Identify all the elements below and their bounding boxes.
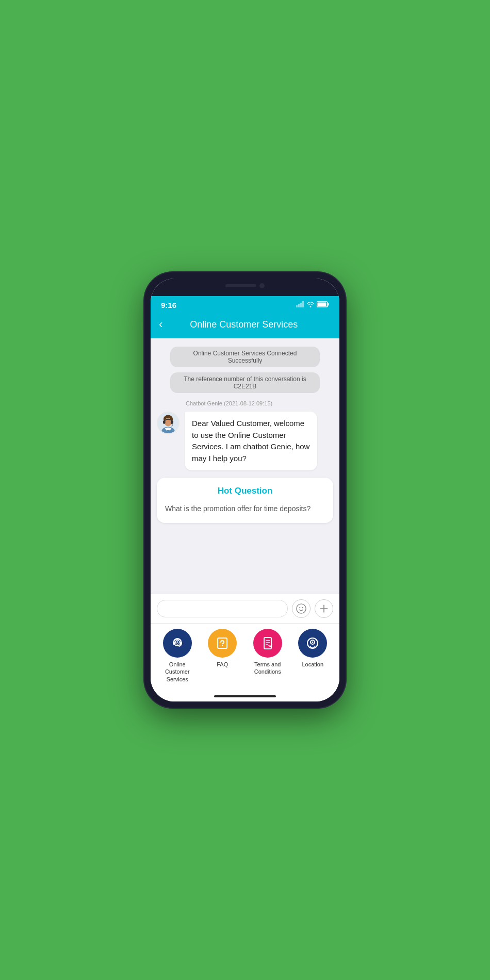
nav-item-location[interactable]: Location (293, 629, 333, 668)
nav-item-customer-services[interactable]: OnlineCustomerServices (157, 629, 197, 683)
nav-item-terms[interactable]: Terms andConditions (248, 629, 287, 676)
notch-pill (225, 284, 256, 287)
status-time: 9:16 (161, 301, 176, 309)
emoji-icon (296, 603, 307, 614)
svg-rect-2 (300, 303, 302, 307)
nav-icon-faq (208, 629, 237, 658)
signal-icon (296, 301, 304, 309)
notch-area (151, 279, 339, 296)
battery-icon (317, 301, 329, 309)
notch-camera (259, 283, 265, 288)
bot-message-text: Dear Valued Customer, welcome to use the… (192, 419, 309, 463)
hot-question-item-1[interactable]: What is the promotion offer for time dep… (165, 502, 325, 515)
svg-rect-3 (302, 301, 304, 307)
home-bar (214, 695, 276, 697)
input-area (151, 594, 339, 623)
nav-item-faq[interactable]: FAQ (203, 629, 242, 668)
message-input[interactable] (157, 600, 288, 617)
svg-rect-6 (318, 302, 326, 306)
bot-timestamp: Chatbot Genie (2021-08-12 09:15) (186, 400, 333, 406)
svg-rect-10 (163, 420, 166, 423)
emoji-button[interactable] (292, 599, 311, 618)
terms-icon (260, 635, 275, 651)
home-indicator (151, 691, 339, 701)
phone-frame: 9:16 (144, 272, 346, 708)
app-header: ‹ Online Customer Services (151, 313, 339, 338)
back-button[interactable]: ‹ (159, 318, 162, 331)
svg-point-31 (312, 642, 314, 643)
svg-rect-5 (328, 303, 329, 305)
bot-message-row: Dear Valued Customer, welcome to use the… (157, 412, 333, 470)
wifi-icon (306, 301, 315, 309)
hot-question-title: Hot Question (165, 486, 325, 496)
nav-label-terms: Terms andConditions (254, 661, 281, 676)
hot-question-card[interactable]: Hot Question What is the promotion offer… (157, 478, 333, 523)
system-message-2: The reference number of this conversatio… (170, 372, 320, 393)
system-message-1: Online Customer Services Connected Succe… (170, 347, 320, 367)
status-icons (296, 301, 329, 309)
bot-bubble: Dear Valued Customer, welcome to use the… (185, 412, 317, 470)
status-bar: 9:16 (151, 296, 339, 313)
nav-icon-location (298, 629, 327, 658)
plus-icon (319, 603, 329, 614)
svg-point-13 (297, 604, 306, 613)
chat-area: Online Customer Services Connected Succe… (151, 338, 339, 594)
plus-button[interactable] (315, 599, 333, 618)
svg-rect-0 (296, 305, 298, 307)
phone-screen: 9:16 (151, 279, 339, 701)
page-title: Online Customer Services (168, 319, 320, 330)
nav-icon-customer-services (163, 629, 192, 658)
svg-rect-19 (173, 642, 175, 645)
headset-icon (170, 635, 185, 651)
svg-point-14 (299, 607, 300, 608)
nav-icon-terms (253, 629, 282, 658)
nav-label-customer-services: OnlineCustomerServices (165, 661, 190, 683)
svg-point-15 (302, 607, 303, 608)
avatar (157, 412, 179, 434)
location-icon (305, 635, 320, 651)
notch (211, 279, 279, 293)
svg-rect-1 (298, 304, 300, 307)
svg-point-24 (222, 645, 223, 646)
avatar-image (158, 412, 178, 434)
svg-point-22 (176, 641, 178, 643)
nav-label-location: Location (302, 661, 323, 668)
bottom-nav: OnlineCustomerServices FAQ (151, 623, 339, 691)
faq-icon (215, 635, 230, 651)
nav-label-faq: FAQ (217, 661, 228, 668)
